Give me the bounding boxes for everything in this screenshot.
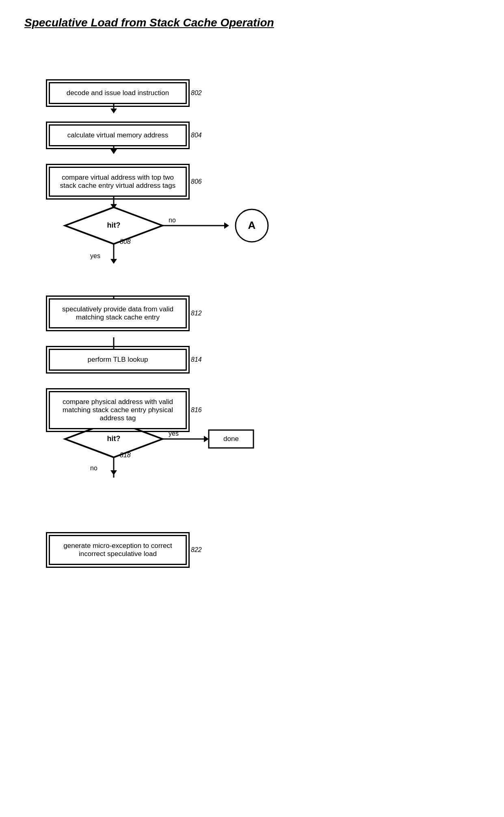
label-802: decode and issue load instruction [67,89,169,97]
label-812: speculatively provide data from validmat… [62,305,173,321]
box-806: compare virtual address with top twostac… [49,167,187,197]
num-812: 812 [191,310,202,317]
num-806: 806 [191,178,202,185]
box-814: perform TLB lookup [49,349,187,371]
box-802: decode and issue load instruction [49,82,187,104]
num-822: 822 [191,546,202,554]
label-814: perform TLB lookup [88,356,148,363]
num-816: 816 [191,406,202,414]
node-806: compare virtual address with top twostac… [49,167,202,197]
label-822: generate micro-exception to correctincor… [63,542,172,558]
label-806: compare virtual address with top twostac… [60,174,175,189]
node-816: compare physical address with validmatch… [49,391,202,429]
node-804: calculate virtual memory address 804 [49,124,202,146]
label-816: compare physical address with validmatch… [63,398,173,422]
box-804: calculate virtual memory address [49,124,187,146]
node-814: perform TLB lookup 814 [49,349,202,371]
box-822: generate micro-exception to correctincor… [49,535,187,565]
label-804: calculate virtual memory address [67,131,168,139]
node-822: generate micro-exception to correctincor… [49,535,202,565]
box-816: compare physical address with validmatch… [49,391,187,429]
page: Speculative Load from Stack Cache Operat… [0,0,504,817]
box-812: speculatively provide data from validmat… [49,298,187,328]
num-802: 802 [191,89,202,97]
num-814: 814 [191,356,202,363]
num-804: 804 [191,132,202,139]
flowchart: decode and issue load instruction 802 ca… [49,46,480,565]
node-802: decode and issue load instruction 802 [49,82,202,104]
node-812: speculatively provide data from validmat… [49,298,202,328]
page-title: Speculative Load from Stack Cache Operat… [24,16,480,29]
